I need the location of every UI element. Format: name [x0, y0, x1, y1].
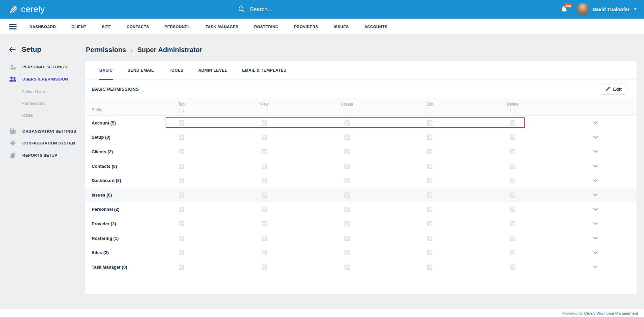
breadcrumb-current: Super Administrator [137, 46, 202, 54]
entity-column-header: Entity [85, 108, 140, 116]
footer-link[interactable]: Cerely Workforce Management [584, 311, 638, 315]
chevron-down-icon[interactable] [634, 8, 637, 10]
checkbox-cell [223, 135, 306, 140]
expand-row-button[interactable] [554, 260, 637, 274]
checkbox-cell [223, 149, 306, 154]
contacts-0-tab-checkbox [179, 164, 184, 169]
checkbox-cell [471, 135, 554, 140]
setup-0-edit-checkbox [427, 135, 432, 140]
checkbox-cell [471, 164, 554, 169]
search-input[interactable] [250, 6, 328, 13]
notifications-button[interactable]: 160 [561, 6, 568, 13]
gear-icon [9, 140, 17, 146]
sidebar-item-organisation-settings[interactable]: ORGANISATION SETTINGS [0, 125, 85, 137]
search-icon [238, 6, 245, 13]
setup-sidebar: Setup PERSONAL SETTINGSUSERS & PERMISSIO… [0, 35, 85, 309]
nav-item-rostering[interactable]: ROSTERING [254, 25, 279, 29]
nav-item-task-manager[interactable]: TASK MANAGER [206, 25, 239, 29]
setup-0-delete-checkbox [510, 135, 515, 140]
personnel-2-edit-checkbox [427, 207, 432, 212]
sidebar-item-configuration-system[interactable]: CONFIGURATION SYSTEM [0, 137, 85, 149]
select-all-edit-checkbox[interactable] [428, 109, 432, 113]
chevron-down-icon [593, 208, 598, 211]
expand-row-button[interactable] [554, 245, 637, 260]
checkbox-cell [223, 164, 306, 169]
table-row: Setup (0) [85, 130, 637, 145]
nav-item-accounts[interactable]: ACCOUNTS [364, 25, 387, 29]
expand-row-button[interactable] [554, 173, 637, 188]
checkbox-cell [306, 250, 388, 255]
sidebar-title: Setup [22, 45, 41, 53]
nav-item-issues[interactable]: ISSUES [334, 25, 349, 29]
edit-button[interactable]: Edit [601, 84, 627, 95]
contacts-0-edit-checkbox [427, 164, 432, 169]
people-icon [9, 76, 17, 82]
breadcrumb-parent[interactable]: Permissions [86, 46, 126, 54]
task-manager-0-create-checkbox [344, 265, 350, 270]
tab-admin-level[interactable]: ADMIN LEVEL [193, 61, 233, 80]
table-row: Contacts (0) [85, 159, 637, 174]
expand-row-button[interactable] [554, 202, 637, 217]
sidebar-item-reports-setup[interactable]: REPORTS SETUP [0, 149, 85, 161]
nav-item-dashboard[interactable]: DASHBOARD [29, 25, 56, 29]
user-name[interactable]: David Thalhofer [592, 7, 629, 12]
select-all-tab-checkbox[interactable] [179, 109, 184, 113]
checkbox-cell [388, 135, 471, 140]
nav-item-providers[interactable]: PROVIDERS [294, 25, 318, 29]
provider-2-tab-checkbox [179, 221, 184, 226]
task-manager-0-delete-checkbox [510, 265, 515, 270]
expand-row-button[interactable] [554, 116, 637, 130]
tab-email-templates[interactable]: EMAIL & TEMPLATES [237, 61, 292, 80]
task-manager-0-tab-checkbox [179, 265, 184, 270]
notification-badge: 160 [564, 3, 572, 8]
back-button[interactable] [9, 47, 16, 52]
menu-button[interactable] [9, 24, 17, 29]
expand-row-button[interactable] [554, 144, 637, 159]
clients-2-view-checkbox [262, 149, 267, 154]
sites-2-view-checkbox [262, 250, 267, 255]
sidebar-subitem-permissions[interactable]: Permissions [0, 97, 85, 109]
nav-item-personnel[interactable]: PERSONNEL [165, 25, 190, 29]
brand-name: cerely [21, 4, 45, 15]
tab-tools[interactable]: TOOLS [163, 61, 189, 80]
chevron-down-icon [593, 266, 598, 268]
nav-item-client[interactable]: CLIENT [71, 25, 86, 29]
nav-item-contacts[interactable]: CONTACTS [126, 25, 149, 29]
clients-2-create-checkbox [344, 149, 350, 154]
personnel-2-view-checkbox [262, 207, 267, 212]
select-all-delete-checkbox[interactable] [510, 109, 515, 113]
sidebar-subitem-active-users[interactable]: Active Users [0, 86, 85, 97]
provider-2-view-checkbox [262, 221, 267, 226]
breadcrumb: Permissions › Super Administrator [86, 46, 637, 54]
sidebar-item-users-permission[interactable]: USERS & PERMISSION [0, 73, 85, 85]
select-all-create-checkbox[interactable] [345, 109, 349, 113]
checkbox-cell [471, 221, 554, 226]
table-row: Dashboard (2) [85, 173, 637, 188]
checkbox-cell [306, 135, 388, 140]
avatar[interactable] [576, 3, 589, 16]
select-all-view-checkbox[interactable] [262, 109, 266, 113]
sidebar-item-personal-settings[interactable]: PERSONAL SETTINGS [0, 61, 85, 73]
expand-row-button[interactable] [554, 217, 637, 231]
tab-send-email[interactable]: SEND EMAIL [122, 61, 159, 80]
table-header: EntityTabViewCreateEditDelete [85, 98, 637, 116]
expand-row-button[interactable] [554, 231, 637, 246]
expand-row-button[interactable] [554, 159, 637, 174]
expand-row-button[interactable] [554, 130, 637, 145]
sites-2-edit-checkbox [427, 250, 432, 255]
sidebar-subitem-roles[interactable]: Roles [0, 109, 85, 121]
chevron-down-icon [593, 121, 598, 124]
checkbox-cell [223, 265, 306, 270]
checkbox-cell [140, 120, 223, 126]
checkbox-cell [140, 236, 223, 241]
nav-item-site[interactable]: SITE [102, 25, 111, 29]
checkbox-cell [388, 221, 471, 226]
brand[interactable]: cerely [9, 4, 45, 15]
checkbox-cell [223, 193, 306, 198]
column-header-tab: Tab [140, 98, 223, 116]
rostering-1-delete-checkbox [510, 236, 515, 241]
expand-row-button[interactable] [554, 188, 637, 202]
checkbox-cell [140, 135, 223, 140]
chevron-down-icon [593, 237, 598, 240]
tab-basic[interactable]: BASIC [94, 61, 118, 80]
